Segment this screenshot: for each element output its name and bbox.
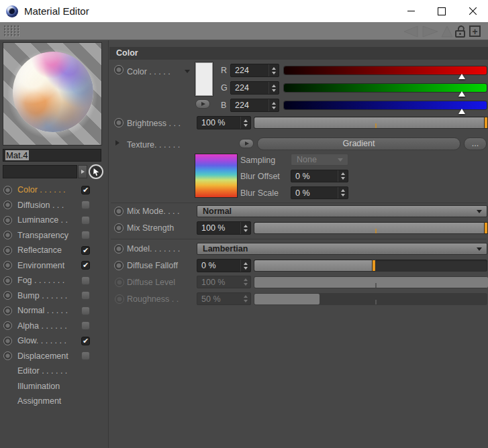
channel-checkbox[interactable] — [81, 201, 90, 209]
diffuse-falloff-slider[interactable] — [254, 260, 487, 272]
pick-material-button[interactable] — [89, 164, 103, 179]
pyramid-icon[interactable] — [441, 25, 453, 38]
diffuse-falloff-radio[interactable] — [114, 261, 124, 270]
spinner-arrows-icon[interactable] — [269, 82, 279, 94]
channel-checkbox[interactable] — [81, 216, 90, 225]
mix-strength-slider[interactable] — [254, 222, 487, 234]
channel-checkbox[interactable] — [81, 186, 90, 194]
color-animation-radio[interactable] — [114, 65, 124, 74]
expand-color-button[interactable] — [195, 99, 210, 109]
texture-expander-icon[interactable] — [115, 140, 119, 146]
blur-scale-label: Blur Scale — [240, 186, 279, 200]
sidebar-channel-bump[interactable]: Bump . . . . . . — [0, 288, 109, 304]
channel-checkbox[interactable] — [81, 321, 90, 330]
channel-radio-icon[interactable] — [3, 186, 12, 194]
spinner-arrows-icon[interactable] — [338, 187, 348, 199]
channel-radio-icon[interactable] — [3, 337, 12, 345]
spinner-arrows-icon[interactable] — [240, 260, 250, 272]
texture-more-button[interactable]: ... — [464, 137, 487, 150]
brightness-radio[interactable] — [114, 118, 124, 127]
mix-strength-spinner[interactable]: 100 % — [197, 221, 251, 235]
sidebar-channel-assignment[interactable]: Assignment — [0, 394, 109, 409]
channel-checkbox[interactable] — [81, 291, 90, 300]
sidebar-channel-fog[interactable]: Fog . . . . . . . — [0, 273, 109, 288]
lock-button[interactable] — [454, 25, 467, 38]
brightness-slider[interactable] — [254, 117, 487, 129]
texture-expand-button[interactable] — [239, 139, 254, 148]
color-swatch[interactable] — [195, 62, 213, 96]
blue-slider[interactable] — [284, 101, 487, 109]
channel-checkbox[interactable] — [81, 306, 90, 315]
drag-grip-handle[interactable] — [4, 25, 19, 37]
diffuse-falloff-slider-handle[interactable] — [373, 260, 375, 271]
brightness-spinner[interactable]: 100 % — [197, 116, 251, 129]
close-button[interactable] — [457, 0, 488, 22]
channel-checkbox[interactable] — [81, 276, 90, 285]
mix-strength-slider-handle[interactable] — [485, 223, 487, 233]
material-preview[interactable] — [3, 42, 102, 146]
model-radio[interactable] — [114, 244, 124, 254]
minimize-button[interactable] — [395, 0, 426, 22]
model-dropdown[interactable]: Lambertian — [197, 243, 487, 255]
channel-radio-icon[interactable] — [3, 351, 12, 360]
sidebar-channel-reflectance[interactable]: Reflectance — [0, 243, 109, 258]
mix-mode-dropdown[interactable]: Normal — [197, 205, 487, 217]
blue-slider-handle[interactable] — [458, 109, 465, 114]
channel-label: Bump . . . . . . — [17, 291, 67, 300]
spinner-arrows-icon[interactable] — [338, 170, 348, 182]
spinner-arrows-icon[interactable] — [269, 64, 279, 76]
preset-field[interactable] — [3, 165, 77, 178]
sidebar-channel-environment[interactable]: Environment — [0, 258, 109, 274]
sidebar-channel-color[interactable]: Color . . . . . . — [0, 182, 109, 198]
channel-checkbox[interactable] — [81, 261, 90, 270]
channel-radio-icon[interactable] — [3, 261, 12, 270]
nav-arrows-icon[interactable] — [403, 25, 439, 38]
brightness-slider-handle[interactable] — [485, 117, 487, 128]
diffuse-falloff-spinner[interactable]: 0 % — [197, 259, 251, 272]
blur-scale-spinner[interactable]: 0 % — [291, 186, 348, 199]
color-options-arrow-icon[interactable] — [185, 70, 190, 73]
spinner-arrows-icon[interactable] — [269, 99, 279, 111]
channel-radio-icon[interactable] — [3, 216, 12, 225]
blur-offset-spinner[interactable]: 0 % — [291, 170, 348, 182]
add-button[interactable] — [469, 25, 481, 37]
mix-strength-radio[interactable] — [114, 223, 124, 233]
red-slider-handle[interactable] — [458, 74, 465, 79]
sidebar-channel-alpha[interactable]: Alpha . . . . . . — [0, 319, 109, 334]
channel-radio-icon[interactable] — [3, 321, 12, 330]
roughness-label: Roughness . . — [127, 292, 179, 306]
spinner-arrows-icon[interactable] — [240, 222, 250, 234]
spinner-arrows-icon[interactable] — [240, 117, 250, 129]
channel-radio-icon[interactable] — [3, 306, 12, 315]
sidebar-channel-normal[interactable]: Normal . . . . . — [0, 303, 109, 319]
channel-radio-icon[interactable] — [3, 291, 12, 300]
sidebar-channel-displacement[interactable]: Displacement — [0, 349, 109, 364]
material-name-input[interactable]: Mat.4 — [3, 149, 101, 162]
channel-checkbox[interactable] — [81, 231, 90, 239]
sidebar-channel-editor[interactable]: Editor . . . . . . — [0, 363, 109, 379]
sidebar-channel-illumination[interactable]: Illumination — [0, 379, 109, 394]
channel-checkbox[interactable] — [81, 246, 90, 255]
preset-dropdown-button[interactable] — [78, 165, 87, 178]
green-value-spinner[interactable]: 224 — [230, 81, 279, 95]
red-value-spinner[interactable]: 224 — [230, 64, 279, 77]
sidebar-channel-glow[interactable]: Glow. . . . . . . — [0, 333, 109, 349]
channel-radio-icon[interactable] — [3, 231, 12, 239]
texture-thumbnail[interactable] — [195, 154, 238, 198]
sidebar-channel-luminance[interactable]: Luminance . . — [0, 213, 109, 228]
channel-checkbox[interactable] — [81, 337, 90, 345]
channel-radio-icon[interactable] — [3, 246, 12, 255]
sidebar-channel-transparency[interactable]: Transparency — [0, 228, 109, 243]
blue-value-spinner[interactable]: 224 — [230, 99, 279, 112]
green-slider-handle[interactable] — [458, 91, 465, 97]
red-slider[interactable] — [284, 66, 487, 74]
texture-gradient-button[interactable]: Gradient — [257, 137, 460, 150]
green-slider[interactable] — [284, 84, 487, 92]
material-sphere — [13, 52, 93, 132]
mix-mode-radio[interactable] — [114, 207, 124, 216]
channel-radio-icon[interactable] — [3, 201, 12, 209]
channel-radio-icon[interactable] — [3, 276, 12, 285]
sidebar-channel-diffusion[interactable]: Diffusion . . . — [0, 198, 109, 213]
channel-checkbox[interactable] — [81, 351, 90, 360]
maximize-button[interactable] — [426, 0, 457, 22]
